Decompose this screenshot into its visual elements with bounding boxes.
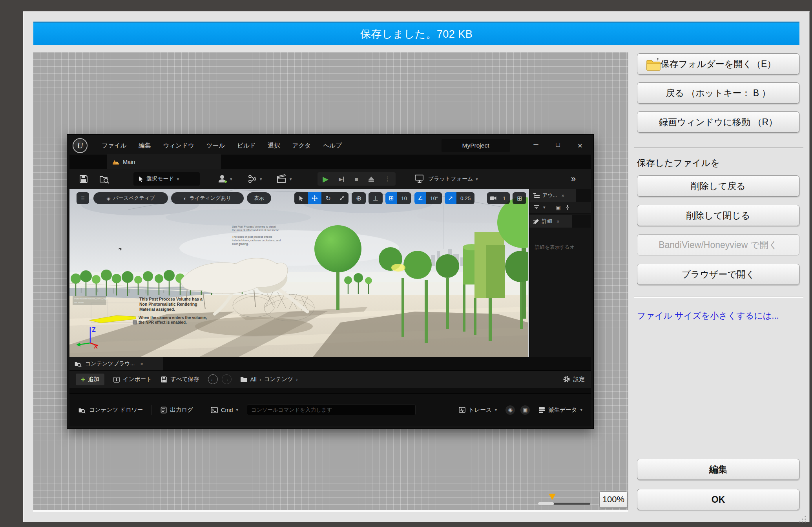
- ue-minimize-button[interactable]: ─: [533, 141, 538, 150]
- ue-maximize-button[interactable]: □: [556, 141, 560, 150]
- platforms-dropdown[interactable]: プラットフォーム ▾: [414, 172, 478, 186]
- viewport[interactable]: Use Post Process Volumes to visual the a…: [69, 189, 529, 357]
- tab-content-browser[interactable]: コンテンツブラウ... ×: [69, 357, 163, 370]
- derived-data-dropdown[interactable]: 派生データ ▾: [535, 406, 586, 414]
- nav-forward-button[interactable]: →: [222, 374, 232, 384]
- content-drawer-label: コンテンツ ドロワー: [89, 406, 143, 414]
- select-tool[interactable]: [294, 192, 308, 204]
- unreal-logo[interactable]: U: [73, 138, 88, 153]
- add-actor-button[interactable]: ▾: [217, 172, 232, 186]
- toolbar-overflow-button[interactable]: »: [571, 172, 576, 186]
- zoom-slider-handle[interactable]: [538, 502, 554, 505]
- surface-snapping-button[interactable]: ⊥: [369, 192, 383, 204]
- menu-help[interactable]: ヘルプ: [323, 142, 342, 150]
- reduce-file-size-link[interactable]: ファイル サイズを小さくするには...: [637, 310, 779, 322]
- show-dropdown[interactable]: 表示: [247, 192, 271, 204]
- camera-speed-control[interactable]: 1: [487, 192, 510, 204]
- maximize-viewport-button[interactable]: ⊞: [513, 192, 526, 204]
- ue-close-button[interactable]: ×: [578, 141, 582, 150]
- chevrons-right-icon: »: [571, 174, 576, 184]
- close-details-icon[interactable]: ×: [557, 219, 560, 224]
- close-content-browser-icon[interactable]: ×: [140, 361, 143, 367]
- nav-back-button[interactable]: ←: [208, 374, 218, 384]
- scale-snap-control[interactable]: ↗ 0.25: [445, 192, 474, 204]
- zoom-level-box[interactable]: 100%: [599, 491, 628, 508]
- tab-details[interactable]: 詳細 ×: [529, 215, 572, 228]
- goto-recording-window-button[interactable]: 録画ウィンドウに移動 （R）: [637, 111, 799, 133]
- screenshot-tool-icon[interactable]: ▣: [520, 405, 530, 415]
- save-icon: [79, 174, 88, 184]
- open-with-viewer-button: BandiView/Honeyview で開く: [637, 234, 799, 255]
- saved-banner-text: 保存しました。702 KB: [360, 27, 473, 41]
- content-settings-button[interactable]: 設定: [563, 376, 585, 383]
- camera-speed-value: 1: [499, 192, 510, 204]
- revision-glyph: ◉: [508, 407, 513, 413]
- output-log-button[interactable]: 出力ログ: [157, 406, 196, 414]
- rotate-tool[interactable]: ↻: [321, 192, 335, 204]
- back-button[interactable]: 戻る （ホットキー： B ）: [637, 82, 799, 104]
- content-drawer-button[interactable]: コンテンツ ドロワー: [75, 406, 146, 414]
- add-content-button[interactable]: + 追加: [76, 374, 104, 385]
- save-all-label: すべて保存: [170, 376, 199, 383]
- open-save-folder-button[interactable]: 保存フォルダーを開く（E）: [637, 53, 799, 75]
- zoom-level-value: 100%: [602, 494, 624, 505]
- breadcrumb-content[interactable]: コンテンツ: [264, 376, 293, 383]
- resize-grip[interactable]: [798, 514, 807, 523]
- chevron-down-icon: ▾: [476, 177, 478, 182]
- save-all-button[interactable]: すべて保存: [161, 376, 199, 383]
- revision-control-icon[interactable]: ◉: [505, 405, 515, 415]
- move-tool[interactable]: [308, 192, 322, 204]
- play-options-kebab[interactable]: ⋮: [385, 175, 390, 182]
- ok-button[interactable]: OK: [637, 489, 799, 510]
- open-in-browser-button[interactable]: ブラウザーで開く: [637, 264, 799, 285]
- perspective-dropdown[interactable]: ◈ パースペクティブ: [93, 192, 168, 204]
- stop-button[interactable]: ■: [355, 176, 358, 182]
- eject-button[interactable]: [369, 177, 374, 182]
- plus-icon: +: [81, 375, 85, 384]
- grid-snap-control[interactable]: ⊞ 10: [385, 192, 411, 204]
- outliner-visibility-icon[interactable]: ▣: [556, 204, 561, 211]
- gear-icon: [563, 376, 570, 383]
- cmd-dropdown[interactable]: Cmd ▾: [208, 407, 241, 413]
- skip-button[interactable]: ▶: [339, 176, 344, 182]
- menu-window[interactable]: ウィンドウ: [163, 142, 194, 150]
- unpin-icon[interactable]: [565, 205, 570, 210]
- view-mode-dropdown[interactable]: ◐ ライティングあり: [171, 192, 244, 204]
- world-local-toggle[interactable]: ⊕: [352, 192, 366, 204]
- menu-file[interactable]: ファイル: [102, 142, 126, 150]
- scale-snap-value: 0.25: [456, 192, 474, 204]
- save-button-ue[interactable]: [79, 172, 88, 186]
- trace-dropdown[interactable]: トレース ▾: [456, 406, 500, 414]
- angle-snap-value: 10°: [426, 192, 442, 204]
- viewport-options-menu[interactable]: ≡: [77, 192, 89, 204]
- filter-funnel-icon[interactable]: [533, 205, 539, 210]
- scale-tool[interactable]: [335, 192, 349, 204]
- cinematics-button[interactable]: ▾: [277, 172, 292, 186]
- folder-search-icon: [78, 407, 86, 414]
- edit-button[interactable]: 編集: [637, 459, 799, 480]
- rotation-snap-control[interactable]: ∠ 10°: [414, 192, 442, 204]
- breadcrumb-root[interactable]: All: [250, 376, 257, 383]
- select-mode-dropdown[interactable]: 選択モード ▾: [133, 172, 200, 186]
- ue-window-controls: ─ □ ×: [533, 141, 591, 150]
- delete-and-close-button[interactable]: 削除して閉じる: [637, 205, 799, 226]
- console-command-input[interactable]: [247, 405, 416, 415]
- browse-content-button[interactable]: [99, 172, 109, 186]
- menu-tools[interactable]: ツール: [206, 142, 225, 150]
- scale-icon: [339, 195, 345, 201]
- menu-actor[interactable]: アクタ: [292, 142, 311, 150]
- blueprints-button[interactable]: ▾: [248, 172, 262, 186]
- play-button[interactable]: ▶: [323, 175, 328, 184]
- menu-edit[interactable]: 編集: [139, 142, 151, 150]
- filter-chevron-icon[interactable]: ▾: [543, 205, 546, 210]
- content-browser-toolbar: + 追加 インポート すべて保存 ← → All › コンテンツ › 設定: [69, 370, 591, 388]
- import-button[interactable]: インポート: [113, 376, 152, 383]
- folder-icon: [240, 376, 248, 382]
- tab-outliner[interactable]: アウ... ×: [529, 189, 576, 202]
- tab-main-level[interactable]: Main: [107, 155, 221, 169]
- maximize-grid-icon: ⊞: [517, 195, 522, 202]
- menu-build[interactable]: ビルド: [237, 142, 256, 150]
- close-outliner-icon[interactable]: ×: [561, 193, 564, 199]
- delete-and-back-button[interactable]: 削除して戻る: [637, 175, 799, 197]
- menu-select[interactable]: 選択: [268, 142, 280, 150]
